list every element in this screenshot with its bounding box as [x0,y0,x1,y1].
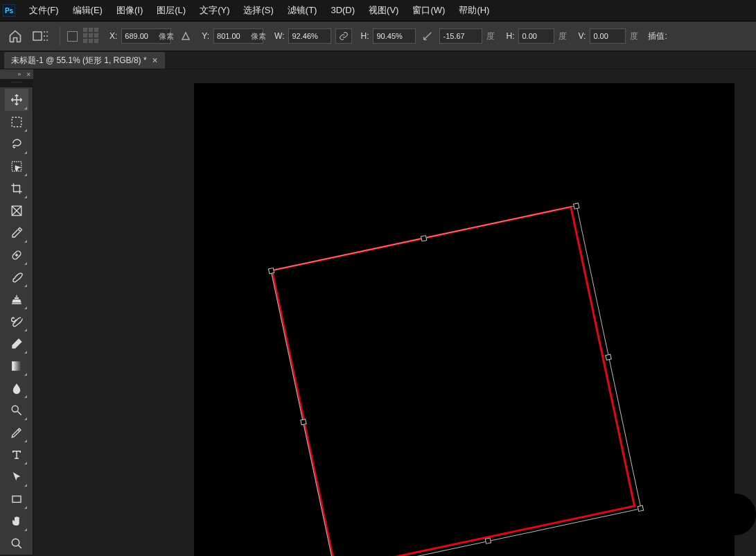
reference-point-grid-icon[interactable] [82,26,101,46]
app-logo-icon: Ps [3,4,15,17]
toolbar-header: » × [0,69,33,79]
tool-bar [0,87,33,555]
skew-h-input[interactable] [518,28,554,44]
skew-v-label: V: [578,31,586,41]
options-bar: X: 像素 Y: 像素 W: H: 度 H: 度 V: 度 插值: [0,21,756,51]
menu-3d[interactable]: 3D(D) [324,0,362,21]
clone-stamp-tool[interactable] [5,288,28,311]
x-input[interactable] [121,28,171,44]
svg-rect-7 [12,496,21,503]
transform-handle-tl[interactable] [268,268,274,274]
menu-window[interactable]: 窗口(W) [405,0,452,21]
menu-image[interactable]: 图像(I) [109,0,150,21]
document-tab[interactable]: 未标题-1 @ 55.1% (矩形 1, RGB/8) * × [4,52,165,69]
skew-v-input[interactable] [590,28,626,44]
brush-tool[interactable] [5,266,28,288]
gradient-tool[interactable] [5,355,28,377]
transform-handle-tm[interactable] [421,235,427,241]
interpolate-label: 插值: [648,31,667,42]
svg-rect-5 [12,361,21,371]
document-tab-title: 未标题-1 @ 55.1% (矩形 1, RGB/8) * [11,55,147,67]
transform-handle-ml[interactable] [300,419,306,425]
x-label: X: [109,31,117,41]
w-label: W: [274,31,284,41]
skew-v-degree-label: 度 [630,31,638,42]
toggle-reference-checkbox[interactable] [67,31,78,42]
w-input[interactable] [288,28,331,44]
move-tool[interactable] [5,89,28,111]
workspace: » × ┈┈┈ [0,69,756,556]
menu-type[interactable]: 文字(Y) [193,0,236,21]
lasso-tool[interactable] [5,133,28,155]
path-selection-tool[interactable] [5,466,28,488]
angle-input[interactable] [439,28,482,44]
angle-degree-label: 度 [486,31,495,42]
rectangle-shape-tool[interactable] [5,488,28,510]
document-canvas[interactable] [194,83,735,556]
svg-rect-0 [33,32,42,40]
collapse-arrows-icon[interactable]: » [17,71,21,78]
menu-filter[interactable]: 滤镜(T) [281,0,324,21]
zoom-tool[interactable] [5,532,28,555]
menu-view[interactable]: 视图(V) [362,0,405,21]
transform-handle-br[interactable] [638,505,644,512]
type-tool[interactable] [5,444,28,466]
menu-layer[interactable]: 图层(L) [150,0,193,21]
h-label: H: [360,31,369,41]
blur-tool[interactable] [5,377,28,399]
assistant-bubble-icon[interactable] [714,494,756,535]
menu-file[interactable]: 文件(F) [22,0,66,21]
skew-h-label: H: [506,31,514,41]
transform-handle-bm[interactable] [485,537,491,544]
crop-tool[interactable] [5,177,28,200]
toolbar-close-icon[interactable]: × [26,71,30,78]
pen-tool[interactable] [5,422,28,444]
separator [60,26,60,46]
transform-handle-tr[interactable] [573,202,579,209]
history-brush-tool[interactable] [5,311,28,333]
y-input[interactable] [213,28,263,44]
frame-tool[interactable] [5,200,28,222]
transform-handle-mr[interactable] [605,354,611,360]
document-tab-strip: 未标题-1 @ 55.1% (矩形 1, RGB/8) * × [0,51,756,69]
hand-tool[interactable] [5,510,28,532]
y-label: Y: [202,31,209,41]
svg-point-6 [12,406,18,412]
healing-tool[interactable] [5,244,28,266]
rotate-icon [420,25,435,47]
transform-mode-icon[interactable] [30,25,53,47]
canvas-area[interactable] [33,69,756,556]
toolbar-drag-handle[interactable]: ┈┈┈ [0,79,33,87]
h-input[interactable] [373,28,416,44]
menu-edit[interactable]: 编辑(E) [66,0,109,21]
skew-h-degree-label: 度 [559,31,567,42]
delta-toggle-icon[interactable] [178,25,193,47]
rectangular-marquee-tool[interactable] [5,111,28,133]
menu-select[interactable]: 选择(S) [236,0,280,21]
svg-point-8 [12,539,19,546]
close-icon[interactable]: × [152,55,158,66]
home-icon[interactable] [4,25,26,47]
menu-help[interactable]: 帮助(H) [452,0,496,21]
link-aspect-icon[interactable] [335,28,352,44]
transform-bounding-box[interactable] [270,205,641,556]
svg-rect-1 [12,117,21,127]
eyedropper-tool[interactable] [5,222,28,244]
dodge-tool[interactable] [5,399,28,422]
eraser-tool[interactable] [5,333,28,355]
menu-bar: Ps 文件(F) 编辑(E) 图像(I) 图层(L) 文字(Y) 选择(S) 滤… [0,0,756,21]
object-selection-tool[interactable] [5,155,28,177]
